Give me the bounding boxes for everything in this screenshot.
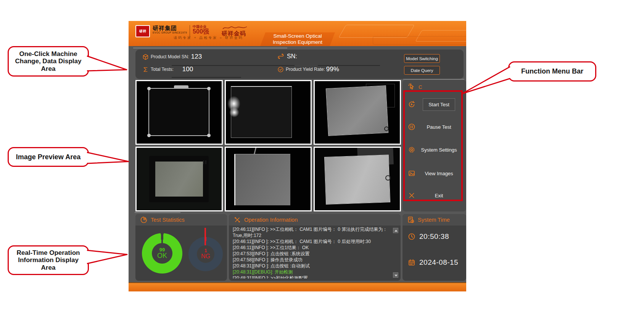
system-time-header: System Time: [402, 214, 466, 226]
logo-group-name-en: EVOC GROUP SINCE1979: [153, 32, 187, 34]
callout-pointer-tail: [462, 67, 510, 94]
panel-shape: [234, 154, 290, 205]
log-line: [20:46:11][INFO ]: >>工位1结果： OK: [233, 245, 391, 251]
menu-header-label: C: [419, 84, 422, 90]
ng-count: 1: [204, 248, 207, 253]
panel-keyline: [403, 79, 464, 80]
yield-rate-value: 99%: [326, 66, 339, 73]
circle-mark-shape: [385, 175, 391, 181]
app-header: 研祥 研祥集团 EVOC GROUP SINCE1979 中国企业 500强 研…: [129, 21, 466, 46]
callout-pointer-tail: [87, 152, 129, 163]
circuit-decoration: [373, 36, 466, 45]
system-time-title: System Time: [418, 217, 450, 223]
callout-pointer-tail: [87, 250, 127, 264]
logo-text-block: 研祥集团 EVOC GROUP SINCE1979: [153, 25, 187, 34]
callout-text: One-Click Machine Change, Data Display A…: [13, 50, 84, 72]
glare-shape: [229, 107, 239, 117]
log-line: [20:48:31][INFO ]: 点击按钮 :自动测试: [233, 263, 391, 269]
panel-shape: [325, 85, 388, 136]
camera-preview-3: [314, 80, 401, 145]
panel-shape: [155, 162, 203, 197]
yield-rate-field: Product Yield Rate: 99%: [277, 66, 339, 73]
image-preview-grid: [135, 80, 401, 211]
product-model-value: 123: [191, 53, 202, 61]
panel-frame-shape: [149, 156, 209, 202]
field-underline: [172, 77, 241, 78]
clock-icon: [408, 233, 415, 240]
crossed-tools-icon: [233, 216, 241, 224]
brand-text-block: 研祥金码: [222, 25, 248, 36]
operation-info-title: Operation Information: [244, 217, 298, 223]
ok-label: OK: [157, 252, 167, 259]
scroll-down-button[interactable]: [393, 272, 398, 278]
script-flourish-icon: [222, 25, 248, 30]
circuit-decoration: [338, 25, 415, 38]
callout-function-menu-bar: Function Menu Bar: [508, 61, 596, 82]
ok-donut-center: 99 OK: [142, 233, 182, 274]
total-tests-label: Total Tests:: [151, 67, 174, 72]
app-title-banner: Small-Screen Optical Inspection Equipmen…: [260, 32, 335, 46]
ok-donut-chart: 99 OK: [142, 233, 182, 274]
brand-tagline: 读码专家 + 品检专家 = 研祥金码: [174, 35, 243, 40]
evoc-logo-icon: 研祥: [135, 25, 150, 37]
function-menu-highlight-box: [403, 90, 463, 201]
data-display-panel: Product Model SN: 123 SN: Total Tests: 1…: [135, 50, 464, 79]
current-date-row: 2024-08-15: [408, 258, 458, 267]
camera-preview-2: [225, 80, 312, 145]
yield-rate-label: Product Yield Rate:: [286, 67, 325, 72]
menu-header: C: [402, 80, 466, 91]
log-area[interactable]: [20:46:11][INFO ]: >>工位相机： CAM1 图片编号： 0 …: [233, 226, 391, 278]
rank-number: 500强: [193, 29, 209, 35]
test-statistics-panel: Test Statistics 99 OK 1 NG: [135, 214, 227, 281]
operation-info-panel: Operation Information [20:46:11][INFO ]:…: [229, 214, 401, 281]
route-icon: [277, 53, 285, 60]
log-line: [20:47:53][INFO ]: 点击按钮 :系统设置: [233, 251, 391, 257]
scroll-up-button[interactable]: [393, 228, 398, 233]
rank-text-block: 中国企业 500强: [193, 25, 209, 35]
test-statistics-title: Test Statistics: [151, 217, 185, 223]
camera-preview-4: [135, 147, 223, 211]
callout-text: Function Menu Bar: [521, 67, 583, 75]
log-line: [20:47:58][INFO ]: 操作员登录成功: [233, 257, 391, 263]
total-tests-field: Total Tests: 100: [142, 66, 193, 73]
pie-chart-icon: [140, 216, 148, 224]
ng-slice-marker: [204, 228, 206, 245]
test-statistics-header: Test Statistics: [135, 214, 227, 226]
log-line: [20:46:11][INFO ]: >>工位相机： CAM1 图片编号： 0 …: [233, 226, 391, 238]
current-time-row: 20:50:38: [408, 232, 449, 241]
camera-preview-5: [225, 147, 312, 211]
click-pointer-icon: [408, 83, 415, 91]
app-title-line1: Small-Screen Optical: [274, 33, 322, 39]
log-line: [20:46:11][INFO ]: >>工位相机： CAM1 图片编号： 0 …: [233, 238, 391, 245]
clamp-shape: [174, 85, 188, 89]
total-tests-value: 100: [182, 66, 193, 73]
operation-info-header: Operation Information: [229, 214, 401, 226]
marking-shape: [203, 160, 204, 164]
callout-pointer-tail: [87, 56, 127, 71]
sn-label: SN:: [287, 53, 297, 60]
log-line: [20:48:31][INFO ]: >>初始化检测配置: [233, 275, 391, 278]
yield-check-icon: [277, 66, 284, 73]
sn-field[interactable]: SN:: [277, 53, 299, 60]
panel-keyline: [133, 48, 287, 48]
model-switching-button[interactable]: Model Switching: [404, 54, 440, 63]
panel-shape: [231, 86, 292, 138]
ng-label: NG: [201, 253, 210, 260]
ok-count: 99: [159, 247, 165, 253]
callout-image-preview-area: Image Preview Area: [8, 147, 89, 167]
panel-keyline: [135, 212, 180, 213]
logo-group-name: 研祥集团: [153, 25, 187, 31]
document-clock-icon: [407, 216, 415, 224]
calendar-icon: [408, 259, 415, 266]
camera-preview-1: [135, 80, 223, 145]
log-line-debug: [20:48:31][DEBUG]: 开始检测: [233, 269, 391, 275]
callout-realtime-info-area: Real-Time Operation Information Display …: [8, 245, 89, 275]
cube-icon: [142, 54, 149, 60]
callout-text: Image Preview Area: [16, 153, 80, 161]
app-title-line2: Inspection Equipment: [273, 39, 322, 45]
app-footer-strip: [129, 282, 466, 291]
page: 研祥 研祥集团 EVOC GROUP SINCE1979 中国企业 500强 研…: [0, 0, 644, 328]
current-date: 2024-08-15: [419, 258, 458, 267]
current-time: 20:50:38: [419, 232, 449, 241]
date-query-button[interactable]: Date Query: [404, 66, 440, 75]
